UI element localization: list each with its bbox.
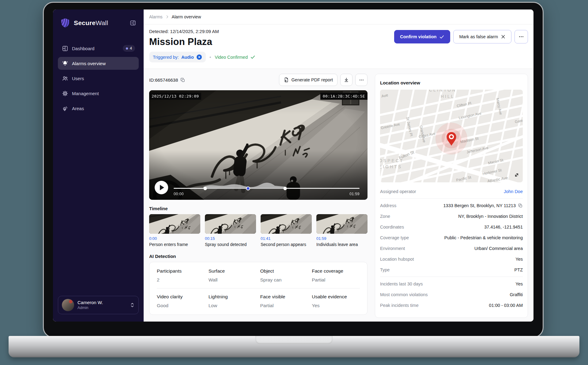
- separator-dot: •: [209, 54, 211, 60]
- ai-field-value: Good: [157, 303, 205, 308]
- evidence-id: ID:665746638: [149, 77, 185, 83]
- event-time: 01:41: [261, 236, 312, 241]
- location-map[interactable]: CLINTON HILL OSPECT EIGHTS Ave Clifton P…: [380, 90, 523, 182]
- detail-row: Peak incidents time 01:00 - 03:00 AM: [380, 300, 523, 311]
- user-menu[interactable]: Cameron W. Admin: [58, 296, 139, 314]
- ai-detection-heading: AI Detection: [149, 254, 368, 259]
- ai-field-label: Lightning: [209, 294, 257, 300]
- gear-icon: [62, 90, 68, 97]
- expand-map-icon[interactable]: [514, 172, 520, 179]
- event-description: Person enters frame: [149, 242, 200, 247]
- detail-value: 01:00 - 03:00 AM: [489, 303, 523, 308]
- laptop-screen: SecureWall Dashboard: [43, 2, 544, 338]
- breadcrumb-current: Alarm overview: [172, 14, 201, 19]
- thumbnail-image[interactable]: [205, 214, 256, 234]
- timeline-event[interactable]: 01:41 Second person appears: [261, 214, 312, 247]
- playhead-marker[interactable]: [246, 186, 250, 190]
- detail-label: Type: [380, 267, 390, 272]
- brand: SecureWall: [58, 16, 139, 30]
- video-player[interactable]: 2025/12/13 02:29:09 00:1A:2B:3C:4D:5E: [149, 90, 368, 200]
- ai-detection-card: Participants2 SurfaceWall ObjectSpray ca…: [149, 262, 368, 315]
- ai-field-value: Wall: [209, 277, 257, 283]
- map-pin-icon[interactable]: [445, 131, 458, 148]
- alarm-header: Detected: 12/14/2025, 2:29:09 AM Mission…: [144, 24, 533, 69]
- breadcrumb-alarms[interactable]: Alarms: [149, 14, 163, 19]
- copy-icon[interactable]: [180, 77, 185, 83]
- laptop-base: [9, 336, 579, 357]
- event-time: 00:15: [205, 236, 256, 241]
- detail-value: 1333 Bergen St, Brooklyn, NY 11213: [443, 203, 516, 208]
- thumbnail-image[interactable]: [261, 214, 312, 234]
- thumbnail-image[interactable]: [316, 214, 368, 234]
- download-button[interactable]: [340, 74, 352, 86]
- timeline-event[interactable]: 01:59 Individuals leave area: [316, 214, 368, 247]
- detail-row: Assigned operator John Doe: [380, 186, 523, 197]
- detail-label: Peak incidents time: [380, 303, 419, 308]
- badge-dot-icon: [126, 47, 128, 50]
- detail-row: Type PTZ: [380, 264, 523, 275]
- ai-field-value: Low: [209, 303, 257, 308]
- detail-row: Address 1333 Bergen St, Brooklyn, NY 112…: [380, 200, 523, 211]
- sidebar-item-alarms-overview[interactable]: Alarms overview: [58, 57, 139, 70]
- document-download-icon: [284, 77, 289, 83]
- areas-location-icon: [62, 105, 68, 112]
- sidebar-item-management[interactable]: Management: [58, 87, 139, 100]
- timeline-event[interactable]: 00:15 Spray sound detected: [205, 214, 256, 247]
- desktop-background: SecureWall Dashboard: [0, 0, 588, 365]
- confirm-violation-button[interactable]: Confirm violation: [394, 30, 450, 43]
- bell-icon: [62, 60, 68, 67]
- sidebar: SecureWall Dashboard: [53, 9, 144, 322]
- mark-false-alarm-button[interactable]: Mark as false alarm: [453, 30, 511, 43]
- detail-label: Assigned operator: [380, 189, 416, 194]
- location-heading: Location overview: [380, 80, 523, 85]
- ai-field-value: Partial: [312, 277, 360, 283]
- app-window: SecureWall Dashboard: [53, 9, 533, 322]
- play-button[interactable]: [155, 181, 168, 194]
- sidebar-item-areas[interactable]: Areas: [58, 102, 139, 115]
- event-description: Individuals leave area: [316, 242, 368, 247]
- detail-value: NY, Brooklyn - Innovation District: [458, 214, 523, 219]
- more-actions-button[interactable]: [514, 30, 528, 43]
- map-area-label: EIGHTS: [380, 164, 402, 169]
- event-description: Spray sound detected: [205, 242, 256, 247]
- thumbnail-image[interactable]: [149, 214, 200, 234]
- detail-label: Location hubspot: [380, 257, 414, 262]
- assigned-operator-link[interactable]: John Doe: [504, 189, 523, 194]
- ai-field-value: 2: [157, 277, 205, 283]
- generate-pdf-button[interactable]: Generate PDF report: [279, 74, 337, 86]
- map-area-label: CLINTON: [429, 90, 456, 92]
- sidebar-item-dashboard[interactable]: Dashboard 4: [58, 42, 139, 55]
- detail-label: Incidents last 30 days: [380, 281, 423, 286]
- map-street-label: Gate: [514, 118, 523, 124]
- detail-row: Environment Urban/ Commercial area: [380, 243, 523, 254]
- users-icon: [62, 75, 68, 82]
- video-more-button[interactable]: [355, 74, 368, 86]
- video-progress-bar[interactable]: [174, 188, 360, 189]
- sidebar-item-users[interactable]: Users: [58, 72, 139, 85]
- detail-value: Yes: [515, 281, 523, 286]
- dashboard-icon: [62, 45, 68, 52]
- detail-value: 37.4146, -121.9451: [484, 225, 523, 229]
- copy-icon[interactable]: [518, 203, 523, 208]
- detail-row: Zone NY, Brooklyn - Innovation District: [380, 211, 523, 222]
- check-icon: [439, 34, 444, 39]
- divider: [380, 198, 523, 199]
- event-time: 01:59: [316, 236, 368, 241]
- play-circle-icon[interactable]: [196, 54, 202, 60]
- timeline-event[interactable]: 0:00 Person enters frame: [149, 214, 200, 247]
- content: ID:665746638: [144, 69, 533, 322]
- triggered-by-badge[interactable]: Triggered by: Audio: [149, 52, 206, 62]
- event-marker[interactable]: [204, 187, 207, 190]
- download-icon: [344, 77, 349, 83]
- detail-label: Coverage type: [380, 235, 409, 240]
- detail-row: Location hubspot Yes: [380, 254, 523, 264]
- ai-field-label: Surface: [209, 268, 257, 274]
- event-marker[interactable]: [284, 187, 287, 190]
- sidebar-nav: Dashboard 4 Alarms overview: [58, 42, 139, 115]
- map-street-label: Ave: [381, 93, 389, 99]
- timeline-heading: Timeline: [149, 206, 368, 211]
- user-name: Cameron W.: [77, 300, 126, 306]
- laptop-notch: [255, 336, 333, 344]
- sidebar-collapse-button[interactable]: [129, 19, 137, 27]
- sidebar-item-label: Dashboard: [72, 46, 119, 51]
